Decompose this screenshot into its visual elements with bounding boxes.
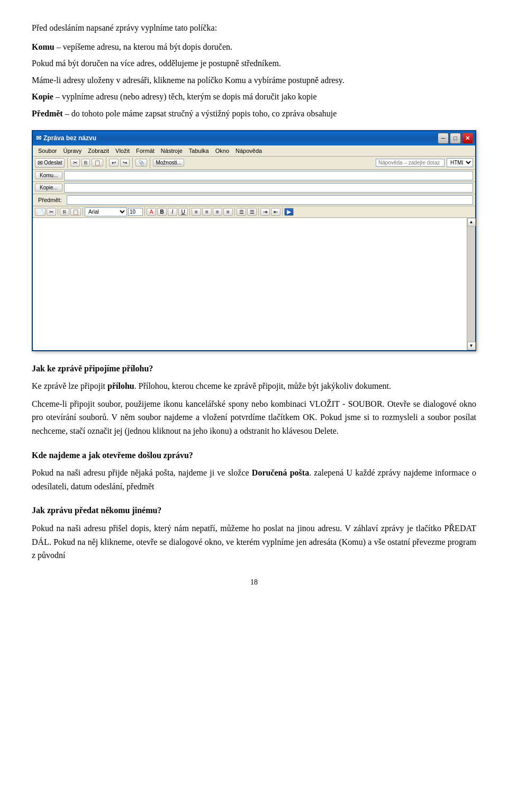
prilohu-text3: Chceme-li připojit soubor, použijeme iko… (32, 399, 476, 435)
fmt-sep3 (144, 207, 145, 216)
kopie-addr-button[interactable]: Kopie... (35, 184, 62, 191)
indent-btn2[interactable]: ⇤ (271, 208, 280, 216)
align-right-btn[interactable]: ≡ (213, 208, 222, 216)
formatting-toolbar: 📄 ✂ ⎘ 📋 Arial Times New Roman Tahoma A B… (33, 206, 475, 218)
predmet-label: Předmět (32, 109, 63, 118)
fmt-icon1[interactable]: 📄 (35, 208, 46, 216)
help-search-input[interactable] (376, 159, 444, 167)
predmet-field[interactable] (67, 195, 473, 205)
prilohu-para2: Chceme-li připojit soubor, použijeme iko… (32, 397, 476, 438)
prilohu-para1: Ke zprávě lze připojit přílohu. Přílohou… (32, 379, 476, 393)
kopie-label: Kopie (32, 92, 53, 101)
list-btn1[interactable]: ☰ (237, 208, 246, 216)
font-name-select[interactable]: Arial Times New Roman Tahoma (85, 207, 127, 216)
bold-btn[interactable]: B (157, 208, 167, 216)
maximize-button[interactable]: □ (450, 133, 461, 144)
menu-okno[interactable]: Okno (212, 147, 232, 155)
dosla-para: Pokud na naši adresu přijde nějaká pošta… (32, 466, 476, 493)
redo-icon: ↪ (123, 160, 127, 166)
prilohu-bold: přílohu (107, 381, 134, 390)
menu-upravy[interactable]: Úpravy (60, 147, 85, 155)
kopie-field[interactable] (64, 183, 473, 193)
menu-napoveda[interactable]: Nápověda (232, 147, 265, 155)
predat-heading-text: Jak zprávu předat někomu jinému? (32, 506, 161, 515)
cut-button[interactable]: ✂ (70, 159, 80, 167)
more-btn[interactable]: ▶ (284, 208, 294, 216)
menu-soubor[interactable]: Soubor (35, 147, 60, 155)
toolbar-right: HTML Text (376, 158, 473, 167)
predat-heading: Jak zprávu předat někomu jinému? (32, 504, 476, 517)
scroll-up-button[interactable]: ▲ (467, 218, 476, 226)
options-button[interactable]: Možnosti... (153, 159, 184, 167)
cut-icon: ✂ (73, 160, 77, 166)
font-color-btn[interactable]: A (147, 208, 156, 216)
kopie-dash: – (53, 92, 62, 101)
window-title: Zpráva bez názvu (43, 134, 96, 142)
close-button[interactable]: ✕ (462, 133, 473, 144)
komu-field[interactable] (64, 171, 473, 180)
dosla-text1: Pokud na naši adresu přijde nějaká pošta… (32, 468, 252, 477)
menu-nastroje[interactable]: Nástroje (158, 147, 186, 155)
menu-vlozit[interactable]: Vložit (112, 147, 133, 155)
scrollbar[interactable]: ▲ ▼ (467, 218, 475, 350)
pokud-paragraph: Pokud má být doručen na více adres, oddě… (32, 57, 476, 70)
komu-paragraph: Komu – vepíšeme adresu, na kterou má být… (32, 40, 476, 54)
predmet-row: Předmět: (33, 194, 475, 206)
attach-icon: 📎 (138, 160, 144, 166)
fmt-sep4 (189, 207, 190, 216)
paste-button[interactable]: 📋 (92, 159, 103, 167)
underline-btn[interactable]: U (178, 208, 188, 216)
komu-addr-button[interactable]: Komu... (35, 171, 62, 179)
undo-button[interactable]: ↩ (109, 159, 119, 167)
email-body[interactable]: ▲ ▼ (33, 218, 475, 350)
window-toolbar: ✉ Odeslat ✂ ⎘ 📋 ↩ ↪ 📎 Možnosti... HTML T… (33, 157, 475, 170)
prilohu-heading: Jak ke zprávě připojíme přílohu? (32, 362, 476, 376)
predat-text: Pokud na naši adresu přišel dopis, který… (32, 524, 476, 560)
window-menubar: Soubor Úpravy Zobrazit Vložit Formát Nás… (33, 145, 475, 157)
kopie-paragraph: Kopie – vyplníme adresu (nebo adresy) tě… (32, 90, 476, 104)
menu-tabulka[interactable]: Tabulka (186, 147, 212, 155)
fmt-sep1 (58, 207, 58, 216)
komu-text: vepíšeme adresu, na kterou má být dopis … (63, 42, 232, 51)
intro-text: Před odesláním napsané zprávy vyplníme t… (32, 23, 217, 32)
prilohu-heading-text: Jak ke zprávě připojíme přílohu? (32, 364, 153, 373)
indent-btn1[interactable]: ⇥ (260, 208, 270, 216)
fmt-icon4[interactable]: 📋 (70, 208, 81, 216)
page-number: 18 (32, 578, 476, 587)
menu-format[interactable]: Formát (133, 147, 158, 155)
fmt-icon2[interactable]: ✂ (47, 208, 56, 216)
undo-icon: ↩ (112, 160, 116, 166)
font-size-input[interactable] (128, 208, 143, 216)
options-label: Možnosti... (156, 160, 181, 166)
fmt-sep5 (234, 207, 235, 216)
prilohu-text2: . Přílohou, kterou chceme ke zprávě přip… (134, 381, 391, 390)
italic-btn[interactable]: I (168, 208, 177, 216)
pokud-text: Pokud má být doručen na více adres, oddě… (32, 59, 281, 68)
separator4 (150, 158, 150, 168)
scroll-down-button[interactable]: ▼ (467, 342, 476, 350)
align-justify-btn[interactable]: ≡ (223, 208, 233, 216)
dosla-heading-text: Kde najdeme a jak otevřeme došlou zprávu… (32, 451, 193, 460)
window-titlebar: ✉ Zpráva bez názvu ─ □ ✕ (33, 131, 475, 145)
kopie-text: vyplníme adresu (nebo adresy) těch, kter… (62, 92, 317, 101)
send-icon: ✉ (38, 159, 43, 167)
minimize-button[interactable]: ─ (438, 133, 449, 144)
list-btn2[interactable]: ☰ (247, 208, 257, 216)
page-content: Před odesláním napsané zprávy vyplníme t… (32, 21, 476, 587)
intro-paragraph: Před odesláním napsané zprávy vyplníme t… (32, 21, 476, 35)
komu-label: Komu (32, 42, 55, 51)
redo-button[interactable]: ↪ (120, 159, 130, 167)
copy-button[interactable]: ⎘ (81, 159, 90, 167)
separator3 (132, 158, 133, 168)
format-dropdown[interactable]: HTML Text (447, 158, 473, 167)
align-center-btn[interactable]: ≡ (202, 208, 212, 216)
mameli-paragraph: Máme-li adresy uloženy v adresáři, klikn… (32, 74, 476, 87)
fmt-icon3[interactable]: ⎘ (60, 208, 69, 216)
send-button[interactable]: ✉ Odeslat (35, 158, 65, 168)
mameli-text: Máme-li adresy uloženy v adresáři, klikn… (32, 76, 344, 85)
predat-para: Pokud na naši adresu přišel dopis, který… (32, 522, 476, 562)
menu-zobrazit[interactable]: Zobrazit (85, 147, 112, 155)
align-left-btn[interactable]: ≡ (192, 208, 201, 216)
attach-button[interactable]: 📎 (135, 159, 147, 167)
prilohu-text1: Ke zprávě lze připojit (32, 381, 107, 390)
